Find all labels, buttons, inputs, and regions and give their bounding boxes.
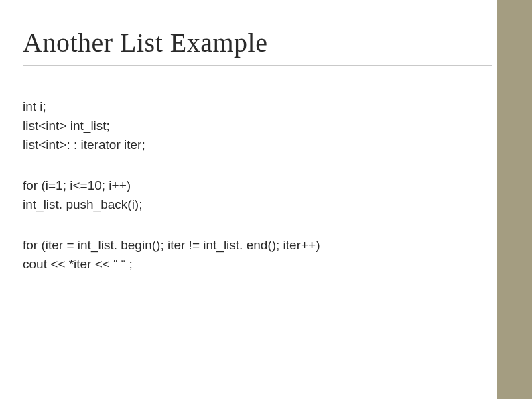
code-block-3: for (iter = int_list. begin(); iter != i… bbox=[23, 236, 492, 274]
code-line: cout << *iter << “ “ ; bbox=[23, 255, 492, 274]
code-line: for (i=1; i<=10; i++) bbox=[23, 176, 492, 196]
code-block-1: int i; list<int> int_list; list<int>: : … bbox=[23, 97, 492, 155]
code-line: int i; bbox=[23, 97, 492, 117]
code-line: list<int>: : iterator iter; bbox=[23, 135, 492, 155]
code-block-2: for (i=1; i<=10; i++) int_list. push_bac… bbox=[23, 176, 492, 215]
slide-content: Another List Example int i; list<int> in… bbox=[0, 0, 532, 274]
accent-sidebar bbox=[497, 0, 532, 399]
code-line: list<int> int_list; bbox=[23, 117, 492, 136]
code-line: int_list. push_back(i); bbox=[23, 195, 492, 215]
code-line: for (iter = int_list. begin(); iter != i… bbox=[23, 236, 492, 255]
slide-title: Another List Example bbox=[23, 27, 492, 66]
